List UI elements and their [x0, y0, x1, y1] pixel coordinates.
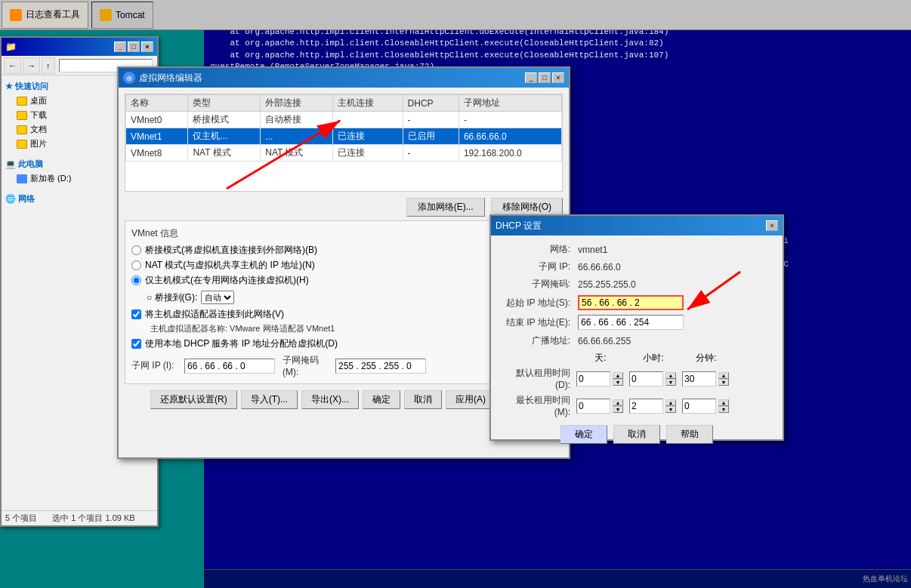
- dhcp-subnet-mask-row: 子网掩码: 255.255.255.0: [502, 278, 771, 291]
- dhcp-settings-dialog: DHCP 设置 × 网络: vmnet1 子网 IP: 66.66.66.0 子…: [489, 214, 784, 441]
- up-button[interactable]: ↑: [42, 57, 55, 74]
- minutes-down[interactable]: ▼: [718, 379, 729, 386]
- max-hours-group: ▲ ▼: [629, 399, 676, 414]
- maximize-button[interactable]: □: [128, 42, 140, 52]
- import-button[interactable]: 导入(T)...: [241, 390, 298, 409]
- max-min-down[interactable]: ▼: [718, 406, 729, 413]
- minutes-up[interactable]: ▲: [718, 372, 729, 379]
- vnet-close[interactable]: ×: [552, 72, 564, 83]
- dhcp-subnet-mask-label: 子网掩码:: [502, 278, 570, 291]
- col-type: 类型: [188, 95, 261, 112]
- connect-adapter-label: 将主机虚拟适配器连接到此网络(V): [145, 308, 284, 321]
- subnet-mask-input[interactable]: [335, 359, 426, 374]
- max-days-input[interactable]: [576, 399, 610, 414]
- table-row[interactable]: VMnet0 桥接模式 自动桥接 - - -: [126, 112, 562, 128]
- file-explorer-titlebar[interactable]: 📁 _ □ ×: [2, 38, 157, 56]
- max-days-spinner[interactable]: ▲ ▼: [613, 399, 623, 413]
- dhcp-end-ip-input[interactable]: [578, 315, 684, 330]
- connect-adapter-check[interactable]: [131, 309, 141, 319]
- apply-button[interactable]: 应用(A): [446, 390, 496, 409]
- subnet-ip-input[interactable]: [184, 359, 275, 374]
- table-row[interactable]: VMnet8 NAT 模式 NAT 模式 已连接 - 192.168.200.0: [126, 145, 562, 162]
- default-hours-spinner[interactable]: ▲ ▼: [665, 372, 676, 386]
- max-minutes-input[interactable]: [682, 399, 716, 414]
- max-lease-row: 最长租用时间(M): ▲ ▼ ▲ ▼: [502, 394, 771, 417]
- dhcp-start-ip-input[interactable]: [578, 295, 684, 310]
- vmnet0-dhcp: -: [403, 112, 459, 128]
- max-hours-spinner[interactable]: ▲ ▼: [665, 399, 676, 413]
- max-days-down[interactable]: ▼: [613, 406, 623, 413]
- hours-down[interactable]: ▼: [665, 379, 676, 386]
- dhcp-title-label: DHCP 设置: [496, 220, 542, 232]
- vmnet1-name: VMnet1: [126, 128, 188, 145]
- dhcp-cancel-button[interactable]: 取消: [613, 425, 660, 444]
- documents-folder-icon: [17, 125, 27, 134]
- dhcp-end-ip-row: 结束 IP 地址(E):: [502, 315, 771, 330]
- network-label: 网络: [18, 193, 35, 205]
- max-min-up[interactable]: ▲: [718, 399, 729, 406]
- vmnet0-host: -: [333, 112, 403, 128]
- export-button[interactable]: 导出(X)...: [301, 390, 359, 409]
- default-days-spinner[interactable]: ▲ ▼: [613, 372, 623, 386]
- max-minutes-spinner[interactable]: ▲ ▼: [718, 399, 729, 413]
- vnet-minimize[interactable]: _: [525, 72, 537, 83]
- ok-button[interactable]: 确定: [363, 390, 400, 409]
- vmnet0-type: 桥接模式: [188, 112, 261, 128]
- time-headers-row: 天: 小时: 分钟:: [502, 352, 771, 365]
- dhcp-check[interactable]: [131, 339, 141, 349]
- vmnet0-subnet: -: [459, 112, 561, 128]
- dhcp-broadcast-value: 66.66.66.255: [578, 336, 631, 346]
- default-days-input[interactable]: [576, 371, 610, 386]
- back-button[interactable]: ←: [4, 57, 21, 74]
- pictures-folder-icon: [17, 140, 27, 149]
- hours-up[interactable]: ▲: [665, 372, 676, 379]
- vmnet1-dhcp: 已启用: [403, 128, 459, 145]
- sidebar-desktop-label: 桌面: [30, 95, 47, 106]
- dhcp-ok-button[interactable]: 确定: [560, 425, 607, 444]
- dhcp-titlebar[interactable]: DHCP 设置 ×: [491, 216, 783, 236]
- vmnet0-name: VMnet0: [126, 112, 188, 128]
- restore-defaults-button[interactable]: 还原默认设置(R): [150, 390, 237, 409]
- default-minutes-input[interactable]: [682, 371, 716, 386]
- dhcp-start-ip-label: 起始 IP 地址(S):: [502, 297, 570, 309]
- max-hours-up[interactable]: ▲: [665, 399, 676, 406]
- bridge-auto-select[interactable]: 自动: [201, 291, 234, 304]
- default-minutes-spinner[interactable]: ▲ ▼: [718, 372, 729, 386]
- vmnet1-type: 仅主机...: [188, 128, 261, 145]
- taskbar-item-log[interactable]: 日志查看工具: [2, 2, 88, 29]
- vmnet1-subnet: 66.66.66.0: [459, 128, 561, 145]
- taskbar-item-tomcat[interactable]: Tomcat: [91, 2, 153, 29]
- hostonly-radio[interactable]: [131, 276, 141, 285]
- vnet-editor-titlebar[interactable]: ⊕ 虚拟网络编辑器 _ □ ×: [119, 68, 569, 88]
- dhcp-network-row: 网络: vmnet1: [502, 243, 771, 256]
- dhcp-help-button[interactable]: 帮助: [666, 425, 713, 444]
- bridge-radio[interactable]: [131, 245, 141, 255]
- desktop-folder-icon: [17, 97, 27, 106]
- hours-header: 小时:: [627, 352, 680, 365]
- vnet-maximize[interactable]: □: [539, 72, 551, 83]
- max-days-up[interactable]: ▲: [613, 399, 623, 406]
- dhcp-broadcast-row: 广播地址: 66.66.66.255: [502, 334, 771, 347]
- cancel-button[interactable]: 取消: [404, 390, 442, 409]
- forward-button[interactable]: →: [23, 57, 40, 74]
- default-hours-input[interactable]: [629, 371, 663, 386]
- vmnet8-type: NAT 模式: [188, 145, 261, 162]
- sidebar-downloads-label: 下载: [30, 109, 47, 121]
- days-up[interactable]: ▲: [613, 372, 623, 379]
- add-network-button[interactable]: 添加网络(E)...: [406, 198, 485, 217]
- days-down[interactable]: ▼: [613, 379, 623, 386]
- table-row[interactable]: VMnet1 仅主机... ... 已连接 已启用 66.66.66.0: [126, 128, 562, 145]
- dhcp-start-ip-row: 起始 IP 地址(S):: [502, 295, 771, 310]
- max-hours-down[interactable]: ▼: [665, 406, 676, 413]
- max-hours-input[interactable]: [629, 399, 663, 414]
- dhcp-subnet-ip-label: 子网 IP:: [502, 260, 570, 273]
- status-selected: 选中 1 个项目 1.09 KB: [52, 513, 134, 524]
- vnet-editor-title: 虚拟网络编辑器: [139, 72, 202, 85]
- close-button[interactable]: ×: [141, 42, 153, 52]
- minimize-button[interactable]: _: [114, 42, 126, 52]
- quick-access-label: 快速访问: [15, 81, 48, 92]
- max-lease-label: 最长租用时间(M):: [502, 394, 570, 417]
- dhcp-network-value: vmnet1: [578, 245, 607, 255]
- dhcp-close[interactable]: ×: [766, 220, 778, 231]
- nat-radio[interactable]: [131, 260, 141, 270]
